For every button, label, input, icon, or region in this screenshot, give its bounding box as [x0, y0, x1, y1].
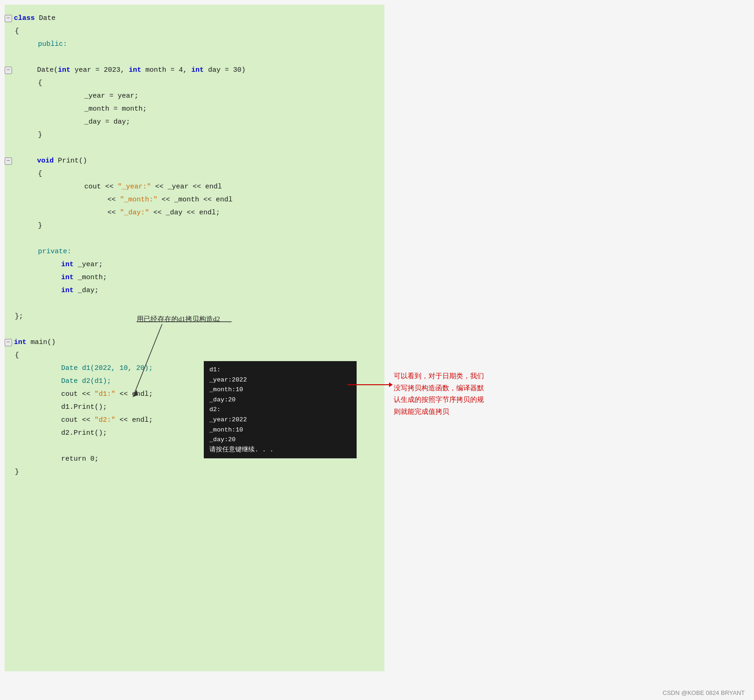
code-content-21: int _day; — [15, 285, 99, 297]
code-line-1: { — [5, 25, 384, 38]
code-line-26: { — [5, 349, 384, 362]
code-line-0: −class Date — [5, 12, 384, 25]
terminal-line-6: _month:10 — [209, 425, 351, 435]
code-line-35: } — [5, 466, 384, 479]
code-line-11: −void Print() — [5, 155, 384, 168]
code-line-24 — [5, 323, 384, 336]
fold-marker-25[interactable]: − — [5, 339, 12, 346]
code-content-13: cout << "_year:" << _year << endl — [15, 181, 222, 193]
terminal-line-7: _day:20 — [209, 435, 351, 445]
code-line-10 — [5, 142, 384, 155]
code-line-18: private: — [5, 245, 384, 258]
code-content-19: int _year; — [15, 259, 103, 271]
code-line-17 — [5, 232, 384, 245]
code-line-14: << "_month:" << _month << endl — [5, 194, 384, 206]
code-content-1: { — [15, 25, 19, 38]
code-content-15: << "_day:" << _day << endl; — [15, 207, 220, 219]
fold-marker-4[interactable]: − — [5, 67, 12, 74]
code-content-30: d1.Print(); — [15, 401, 107, 413]
code-line-6: _year = year; — [5, 90, 384, 103]
code-line-7: _month = month; — [5, 103, 384, 116]
code-line-16: } — [5, 219, 384, 232]
code-line-3 — [5, 51, 384, 64]
code-content-20: int _month; — [15, 272, 107, 284]
code-content-12: { — [15, 168, 42, 180]
code-content-11: void Print() — [14, 155, 87, 167]
code-content-32: d2.Print(); — [15, 427, 107, 439]
annotation-description: 可以看到，对于日期类，我们没写拷贝构造函数，编译器默认生成的按照字节序拷贝的规则… — [394, 370, 486, 418]
code-content-16: } — [15, 220, 42, 232]
code-content-9: } — [15, 129, 42, 141]
code-line-12: { — [5, 168, 384, 181]
terminal-line-0: d1: — [209, 365, 351, 375]
code-content-35: } — [15, 466, 19, 478]
code-content-28: Date d2(d1); — [15, 375, 111, 388]
code-line-8: _day = day; — [5, 116, 384, 129]
code-content-5: { — [15, 77, 42, 89]
code-line-21: int _day; — [5, 284, 384, 297]
terminal-line-5: _year:2022 — [209, 415, 351, 425]
code-line-20: int _month; — [5, 271, 384, 284]
code-line-15: << "_day:" << _day << endl; — [5, 206, 384, 219]
code-content-31: cout << "d2:" << endl; — [15, 414, 153, 426]
code-line-19: int _year; — [5, 258, 384, 271]
code-content-6: _year = year; — [15, 90, 138, 102]
annotation-label: 用已经存在的d1拷贝构造d2 — [137, 315, 220, 324]
code-content-7: _month = month; — [15, 103, 147, 115]
code-line-2: public: — [5, 38, 384, 51]
code-line-4: −Date(int year = 2023, int month = 4, in… — [5, 64, 384, 77]
fold-marker-0[interactable]: − — [5, 15, 12, 22]
code-content-4: Date(int year = 2023, int month = 4, int… — [14, 64, 245, 76]
code-content-26: { — [15, 350, 19, 362]
code-content-29: cout << "d1:" << endl; — [15, 388, 153, 400]
terminal-line-3: _day:20 — [209, 395, 351, 405]
code-line-25: −int main() — [5, 336, 384, 349]
fold-marker-11[interactable]: − — [5, 157, 12, 165]
main-container: −class Date{public:−Date(int year = 2023… — [0, 0, 754, 700]
terminal-output: d1:_year:2022_month:10_day:20d2:_year:20… — [204, 361, 357, 458]
code-content-23: }; — [15, 311, 23, 323]
terminal-line-2: _month:10 — [209, 385, 351, 395]
code-content-2: public: — [15, 38, 67, 50]
code-content-18: private: — [15, 246, 71, 258]
footer: CSDN @KOBE 0824 BRYANT — [663, 689, 745, 696]
code-content-14: << "_month:" << _month << endl — [15, 194, 232, 206]
right-annotation: 可以看到，对于日期类，我们没写拷贝构造函数，编译器默认生成的按照字节序拷贝的规则… — [394, 370, 486, 418]
code-line-9: } — [5, 129, 384, 142]
code-content-8: _day = day; — [15, 116, 130, 128]
code-content-34: return 0; — [15, 453, 99, 465]
code-content-27: Date d1(2022, 10, 20); — [15, 362, 153, 375]
terminal-line-4: d2: — [209, 405, 351, 415]
code-line-13: cout << "_year:" << _year << endl — [5, 181, 384, 194]
terminal-line-8: 请按任意键继续. . . — [209, 445, 351, 455]
terminal-line-1: _year:2022 — [209, 375, 351, 385]
code-line-22 — [5, 297, 384, 310]
code-editor: −class Date{public:−Date(int year = 2023… — [5, 5, 384, 671]
code-content-25: int main() — [14, 337, 56, 349]
code-content-0: class Date — [14, 12, 56, 25]
code-line-5: { — [5, 77, 384, 90]
